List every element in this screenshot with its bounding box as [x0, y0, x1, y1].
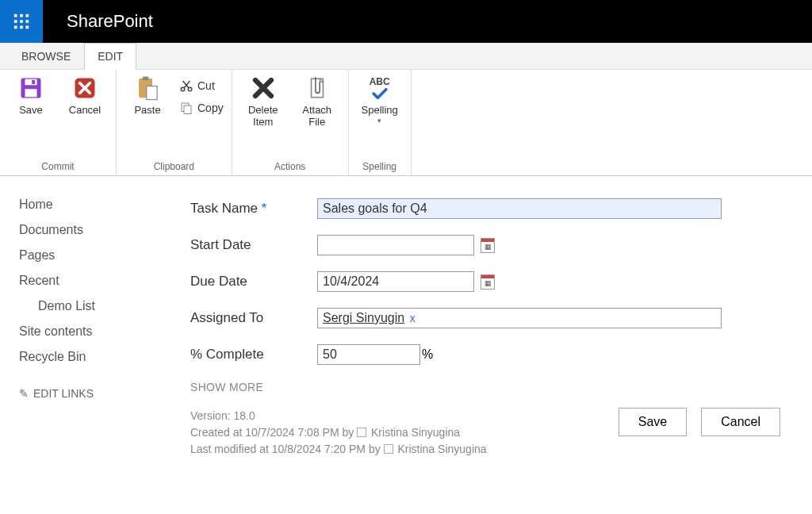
- assigned-person[interactable]: Sergi Sinyugin: [323, 311, 404, 324]
- tab-browse[interactable]: BROWSE: [8, 43, 84, 70]
- save-icon: [17, 75, 44, 102]
- due-date-label: Due Date: [190, 274, 317, 290]
- form-cancel-button[interactable]: Cancel: [701, 408, 780, 436]
- presence-icon: [357, 428, 366, 437]
- group-label-clipboard: Clipboard: [124, 158, 224, 174]
- pencil-icon: ✎: [19, 387, 29, 400]
- task-name-input[interactable]: [317, 198, 722, 219]
- svg-rect-10: [25, 79, 37, 86]
- edit-links-button[interactable]: ✎ EDIT LINKS: [19, 387, 159, 400]
- svg-rect-20: [184, 105, 191, 114]
- svg-rect-4: [20, 20, 23, 23]
- spelling-icon: ABC: [366, 75, 393, 102]
- save-label: Save: [19, 105, 43, 117]
- dropdown-icon: ▾: [377, 117, 381, 125]
- paste-button[interactable]: Paste: [124, 75, 170, 117]
- tab-edit[interactable]: EDIT: [84, 43, 136, 70]
- delete-item-button[interactable]: Delete Item: [240, 75, 286, 128]
- save-button[interactable]: Save: [8, 75, 54, 117]
- attach-file-button[interactable]: Attach File: [294, 75, 340, 128]
- waffle-icon: [13, 13, 30, 30]
- nav-recycle-bin[interactable]: Recycle Bin: [19, 344, 159, 370]
- copy-button[interactable]: Copy: [178, 100, 224, 116]
- required-indicator: *: [262, 201, 267, 216]
- start-date-label: Start Date: [190, 237, 317, 253]
- assigned-to-input[interactable]: Sergi Sinyugin x: [317, 308, 722, 328]
- delete-icon: [250, 75, 277, 102]
- paste-icon: [134, 75, 161, 102]
- ribbon-group-actions: Delete Item Attach File Actions: [232, 70, 349, 175]
- cancel-label: Cancel: [69, 105, 101, 117]
- edit-form: Task Name * Start Date ▦ Due Date: [159, 176, 812, 458]
- paste-label: Paste: [134, 105, 160, 117]
- svg-rect-7: [20, 26, 23, 29]
- group-label-spelling: Spelling: [357, 158, 403, 174]
- svg-rect-16: [147, 86, 157, 100]
- side-nav: Home Documents Pages Recent Demo List Si…: [0, 176, 159, 458]
- pct-complete-input[interactable]: [317, 344, 420, 365]
- ribbon-tabs: BROWSE EDIT: [0, 43, 812, 70]
- nav-home[interactable]: Home: [19, 192, 159, 217]
- copy-label: Copy: [197, 102, 224, 114]
- attach-icon: [304, 75, 331, 102]
- svg-rect-2: [26, 14, 29, 17]
- modified-line: Last modified at 10/8/2024 7:20 PM by Kr…: [190, 441, 487, 458]
- item-metadata: Version: 18.0 Created at 10/7/2024 7:08 …: [190, 408, 487, 458]
- pct-complete-label: % Complete: [190, 347, 317, 362]
- group-label-actions: Actions: [240, 158, 340, 174]
- edit-links-label: EDIT LINKS: [33, 387, 94, 400]
- start-date-input[interactable]: [317, 235, 474, 255]
- svg-rect-15: [143, 76, 148, 80]
- due-date-picker-button[interactable]: ▦: [481, 274, 495, 290]
- spelling-button[interactable]: ABC Spelling ▾: [357, 75, 403, 125]
- group-label-commit: Commit: [8, 158, 108, 174]
- top-bar: SharePoint: [0, 0, 812, 43]
- svg-rect-11: [25, 89, 37, 97]
- suite-title: SharePoint: [67, 11, 153, 32]
- assigned-to-label: Assigned To: [190, 310, 317, 326]
- ribbon-group-clipboard: Paste Cut Copy Clipboard: [117, 70, 232, 175]
- created-line: Created at 10/7/2024 7:08 PM by Kristina…: [190, 424, 487, 441]
- copy-icon: [178, 100, 194, 116]
- cut-button[interactable]: Cut: [178, 78, 224, 94]
- form-save-button[interactable]: Save: [619, 408, 687, 436]
- cancel-button[interactable]: Cancel: [62, 75, 108, 117]
- svg-rect-12: [32, 80, 35, 84]
- due-date-input[interactable]: [317, 271, 474, 292]
- svg-rect-3: [14, 20, 17, 23]
- presence-icon: [384, 444, 393, 454]
- nav-recent[interactable]: Recent: [19, 268, 159, 293]
- attach-file-label: Attach File: [302, 105, 331, 128]
- main-area: Home Documents Pages Recent Demo List Si…: [0, 176, 812, 458]
- nav-demo-list[interactable]: Demo List: [19, 293, 159, 319]
- nav-site-contents[interactable]: Site contents: [19, 319, 159, 344]
- app-launcher-button[interactable]: [0, 0, 43, 43]
- nav-documents[interactable]: Documents: [19, 217, 159, 243]
- ribbon-group-commit: Save Cancel Commit: [0, 70, 117, 175]
- pct-suffix: %: [422, 347, 433, 362]
- spelling-label: Spelling: [362, 105, 398, 117]
- svg-rect-8: [26, 26, 29, 29]
- cancel-icon: [71, 75, 98, 102]
- ribbon: Save Cancel Commit Paste: [0, 70, 812, 176]
- svg-rect-5: [26, 20, 29, 23]
- cut-icon: [178, 78, 194, 94]
- start-date-picker-button[interactable]: ▦: [481, 238, 495, 253]
- svg-rect-0: [14, 14, 17, 17]
- show-more-button[interactable]: SHOW MORE: [190, 381, 780, 393]
- version-line: Version: 18.0: [190, 408, 487, 424]
- task-name-label: Task Name *: [190, 201, 317, 217]
- delete-item-label: Delete Item: [248, 105, 278, 128]
- ribbon-group-spelling: ABC Spelling ▾ Spelling: [349, 70, 412, 175]
- cut-label: Cut: [197, 79, 215, 92]
- remove-person-button[interactable]: x: [410, 312, 416, 324]
- svg-rect-1: [20, 14, 23, 17]
- svg-rect-6: [14, 26, 17, 29]
- nav-pages[interactable]: Pages: [19, 243, 159, 268]
